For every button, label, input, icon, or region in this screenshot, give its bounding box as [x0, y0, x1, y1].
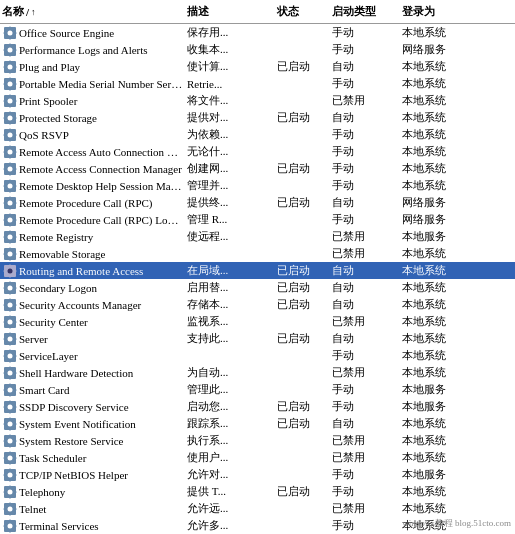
- table-row[interactable]: Remote Procedure Call (RPC) Locator 管理 R…: [0, 211, 515, 228]
- table-row[interactable]: Secondary Logon 启用替... 已启动 自动 本地系统: [0, 279, 515, 296]
- service-desc: 为依赖...: [185, 127, 275, 142]
- svg-rect-104: [9, 315, 11, 318]
- service-icon: [2, 128, 18, 142]
- svg-rect-140: [9, 417, 11, 420]
- table-row[interactable]: System Event Notification 跟踪系... 已启动 自动 …: [0, 415, 515, 432]
- svg-point-31: [8, 115, 13, 120]
- table-row[interactable]: System Restore Service 执行系... 已禁用 本地系统: [0, 432, 515, 449]
- service-startup: 已禁用: [330, 246, 400, 261]
- service-logon: 本地系统: [400, 76, 515, 91]
- service-startup: 已禁用: [330, 93, 400, 108]
- service-desc: 允许对...: [185, 467, 275, 482]
- svg-rect-142: [4, 423, 7, 425]
- svg-rect-117: [9, 359, 11, 362]
- service-desc: 监视系...: [185, 314, 275, 329]
- service-icon: [2, 162, 18, 176]
- header-logon[interactable]: 登录为: [400, 2, 515, 21]
- service-logon: 本地系统: [400, 297, 515, 312]
- table-row[interactable]: Security Center 监视系... 已禁用 本地系统: [0, 313, 515, 330]
- service-logon: 本地系统: [400, 433, 515, 448]
- table-row[interactable]: ServiceLayer 手动 本地系统: [0, 347, 515, 364]
- svg-rect-88: [4, 270, 7, 272]
- table-row[interactable]: Portable Media Serial Number Service Ret…: [0, 75, 515, 92]
- svg-rect-94: [4, 287, 7, 289]
- row-name-cell: Office Source Engine: [0, 26, 185, 40]
- service-name: TCP/IP NetBIOS Helper: [19, 469, 183, 481]
- svg-rect-101: [14, 304, 17, 306]
- svg-rect-164: [9, 485, 11, 488]
- service-icon: [2, 230, 18, 244]
- row-name-cell: Smart Card: [0, 383, 185, 397]
- table-row[interactable]: Server 支持此... 已启动 自动 本地系统: [0, 330, 515, 347]
- table-row[interactable]: Remote Procedure Call (RPC) 提供终... 已启动 自…: [0, 194, 515, 211]
- table-row[interactable]: Office Source Engine 保存用... 手动 本地系统: [0, 24, 515, 41]
- svg-rect-5: [14, 32, 17, 34]
- table-row[interactable]: Plug and Play 使计算... 已启动 自动 本地系统: [0, 58, 515, 75]
- service-icon: [2, 179, 18, 193]
- service-name: ServiceLayer: [19, 350, 183, 362]
- svg-point-103: [8, 319, 13, 324]
- table-row[interactable]: Protected Storage 提供对... 已启动 自动 本地系统: [0, 109, 515, 126]
- service-startup: 自动: [330, 263, 400, 278]
- svg-rect-107: [14, 321, 17, 323]
- table-row[interactable]: Remote Desktop Help Session Manager 管理并.…: [0, 177, 515, 194]
- svg-rect-137: [14, 406, 17, 408]
- table-row[interactable]: Routing and Remote Access 在局域... 已启动 自动 …: [0, 262, 515, 279]
- service-icon: [2, 60, 18, 74]
- table-row[interactable]: SSDP Discovery Service 启动您... 已启动 手动 本地服…: [0, 398, 515, 415]
- row-name-cell: Protected Storage: [0, 111, 185, 125]
- table-row[interactable]: Telnet 允许远... 已禁用 本地系统: [0, 500, 515, 517]
- service-icon: [2, 485, 18, 499]
- table-row[interactable]: TCP/IP NetBIOS Helper 允许对... 手动 本地服务: [0, 466, 515, 483]
- service-logon: 网络服务: [400, 42, 515, 57]
- row-name-cell: QoS RSVP: [0, 128, 185, 142]
- table-row[interactable]: QoS RSVP 为依赖... 手动 本地系统: [0, 126, 515, 143]
- table-row[interactable]: Telephony 提供 T... 已启动 手动 本地系统: [0, 483, 515, 500]
- row-name-cell: Remote Registry: [0, 230, 185, 244]
- header-status[interactable]: 状态: [275, 2, 330, 21]
- table-row[interactable]: Task Scheduler 使用户... 已禁用 本地系统: [0, 449, 515, 466]
- service-desc: 管理 R...: [185, 212, 275, 227]
- table-row[interactable]: Removable Storage 已禁用 本地系统: [0, 245, 515, 262]
- service-name: System Event Notification: [19, 418, 183, 430]
- svg-rect-98: [9, 298, 11, 301]
- table-row[interactable]: Security Accounts Manager 存储本... 已启动 自动 …: [0, 296, 515, 313]
- service-logon: 本地系统: [400, 59, 515, 74]
- header-desc[interactable]: 描述: [185, 2, 275, 21]
- service-startup: 自动: [330, 297, 400, 312]
- svg-point-139: [8, 421, 13, 426]
- svg-rect-46: [4, 151, 7, 153]
- service-name: Remote Procedure Call (RPC): [19, 197, 183, 209]
- table-row[interactable]: Remote Access Connection Manager 创建网... …: [0, 160, 515, 177]
- service-logon: 本地系统: [400, 416, 515, 431]
- service-logon: 本地系统: [400, 314, 515, 329]
- service-desc: 保存用...: [185, 25, 275, 40]
- svg-rect-50: [9, 162, 11, 165]
- header-startup[interactable]: 启动类型: [330, 2, 400, 21]
- service-status: 已启动: [275, 484, 330, 499]
- svg-rect-113: [14, 338, 17, 340]
- header-name[interactable]: 名称 /: [0, 2, 185, 21]
- table-row[interactable]: Remote Registry 使远程... 已禁用 本地服务: [0, 228, 515, 245]
- service-icon: [2, 519, 18, 533]
- svg-rect-63: [9, 206, 11, 209]
- svg-rect-44: [9, 145, 11, 148]
- table-row[interactable]: Smart Card 管理此... 手动 本地服务: [0, 381, 515, 398]
- svg-rect-134: [9, 400, 11, 403]
- table-row[interactable]: Shell Hardware Detection 为自动... 已禁用 本地系统: [0, 364, 515, 381]
- service-desc: 提供终...: [185, 195, 275, 210]
- row-name-cell: SSDP Discovery Service: [0, 400, 185, 414]
- svg-rect-152: [9, 451, 11, 454]
- table-row[interactable]: Performance Logs and Alerts 收集本... 手动 网络…: [0, 41, 515, 58]
- svg-rect-131: [14, 389, 17, 391]
- table-row[interactable]: Print Spooler 将文件... 已禁用 本地系统: [0, 92, 515, 109]
- svg-point-163: [8, 489, 13, 494]
- svg-rect-166: [4, 491, 7, 493]
- service-logon: 本地服务: [400, 467, 515, 482]
- service-icon: [2, 332, 18, 346]
- table-row[interactable]: Remote Access Auto Connection Manager 无论…: [0, 143, 515, 160]
- row-name-cell: System Restore Service: [0, 434, 185, 448]
- service-name: Remote Procedure Call (RPC) Locator: [19, 214, 183, 226]
- table-row[interactable]: Terminal Services 允许多... 手动 本地系统: [0, 517, 515, 534]
- svg-rect-35: [14, 117, 17, 119]
